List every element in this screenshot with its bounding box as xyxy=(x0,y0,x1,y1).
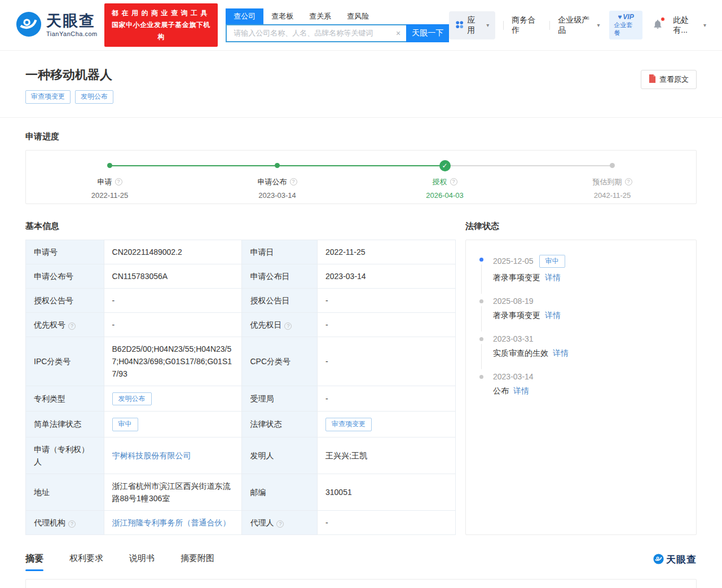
row-label: 优先权日? xyxy=(242,312,318,337)
row-label: 授权公告日 xyxy=(242,288,318,312)
detail-link[interactable]: 详情 xyxy=(545,311,561,320)
content-tab[interactable]: 摘要 xyxy=(25,553,43,571)
legal-event: 著录事项变更 xyxy=(493,273,540,282)
bell-icon xyxy=(653,23,663,32)
search-tabs: 查公司查老板查关系查风险 xyxy=(226,8,449,24)
page-title: 一种移动机器人 xyxy=(25,67,697,83)
legal-status-section: 法律状态 2025-12-05审中著录事项变更详情2025-08-19著录事项变… xyxy=(465,221,697,535)
content-tabs-list: 摘要权利要求说明书摘要附图 xyxy=(25,553,240,571)
clear-search-icon[interactable]: × xyxy=(396,29,400,38)
view-original-label: 查看原文 xyxy=(659,74,689,85)
basic-info-tbody: 申请号CN202211489002.2申请日2022-11-25申请公布号CN1… xyxy=(26,240,456,534)
help-icon[interactable]: ? xyxy=(68,322,76,330)
legal-status-item: 2025-08-19著录事项变更详情 xyxy=(479,297,683,321)
patent-tags: 审查项变更发明公布 xyxy=(25,90,697,104)
basic-info-title: 基本信息 xyxy=(25,221,456,232)
promo-line2: 国家中小企业发展子基金旗下机构 xyxy=(110,19,213,43)
row-value: - xyxy=(104,312,242,337)
view-original-button[interactable]: 查看原文 xyxy=(641,70,697,89)
content-tab[interactable]: 摘要附图 xyxy=(180,553,214,571)
search-tab[interactable]: 查老板 xyxy=(263,8,301,24)
progress-section-title: 申请进度 xyxy=(25,131,697,142)
header-nav: 应用 ▾ 商务合作 企业级产品 ▾ ♥ VIP 企业套餐 此处有... xyxy=(449,11,706,39)
search-tab[interactable]: 查关系 xyxy=(301,8,339,24)
row-value: CN115783056A xyxy=(104,264,242,288)
legal-date: 2023-03-14 xyxy=(493,372,534,381)
top-header: 天眼查 TianYanCha.com 都在用的商业查询工具 国家中小企业发展子基… xyxy=(0,0,722,51)
row-label: 发明人 xyxy=(242,437,318,474)
search-tab[interactable]: 查风险 xyxy=(339,8,377,24)
progress-step-date: 2042-11-25 xyxy=(594,191,631,200)
legal-status-item: 2023-03-14公布详情 xyxy=(479,372,683,396)
status-badge: 审中 xyxy=(539,255,565,268)
table-row: 申请公布号CN115783056A申请公布日2023-03-14 xyxy=(26,264,456,288)
legal-date: 2025-08-19 xyxy=(493,297,534,306)
help-icon[interactable]: ? xyxy=(115,178,122,185)
chevron-down-icon: ▾ xyxy=(703,22,706,28)
apps-menu-button[interactable]: 应用 ▾ xyxy=(449,11,495,39)
row-value: CN202211489002.2 xyxy=(104,240,242,264)
detail-link[interactable]: 详情 xyxy=(545,273,561,282)
pdf-icon xyxy=(649,74,656,85)
promo-banner: 都在用的商业查询工具 国家中小企业发展子基金旗下机构 xyxy=(104,3,218,47)
row-value: B62D25/00;H04N23/55;H04N23/57;H04N23/698… xyxy=(104,337,242,386)
search-tab[interactable]: 查公司 xyxy=(226,8,263,24)
user-menu[interactable]: 此处有... ▾ xyxy=(673,15,706,36)
help-icon[interactable]: ? xyxy=(625,178,632,185)
help-icon[interactable]: ? xyxy=(276,520,284,528)
enterprise-products-label: 企业级产品 xyxy=(558,15,595,36)
promo-line1: 都在用的商业查询工具 xyxy=(110,7,213,19)
entity-link[interactable]: 宇树科技股份有限公司 xyxy=(112,451,191,460)
notifications-button[interactable] xyxy=(653,19,663,32)
help-icon[interactable]: ? xyxy=(290,178,297,185)
status-tag: 发明公布 xyxy=(112,392,152,406)
progress-step-label: 申请公布 xyxy=(258,177,287,187)
patent-status-tag: 审查项变更 xyxy=(25,90,71,104)
search-block: 查公司查老板查关系查风险 × 天眼一下 xyxy=(226,8,449,42)
brand-domain: TianYanCha.com xyxy=(46,31,98,37)
content-tab[interactable]: 说明书 xyxy=(129,553,155,571)
help-icon[interactable]: ? xyxy=(68,520,76,528)
row-value: 2022-11-25 xyxy=(318,240,456,264)
row-value: 310051 xyxy=(318,474,456,510)
vip-package-button[interactable]: ♥ VIP 企业套餐 xyxy=(609,11,643,39)
row-label: 法律状态 xyxy=(242,412,318,437)
row-label: 授权公告号 xyxy=(26,288,104,312)
row-value: 浙江省杭州市滨江区西兴街道东流路88号1幢306室 xyxy=(104,474,242,510)
business-cooperation-link[interactable]: 商务合作 xyxy=(512,15,542,36)
search-button[interactable]: 天眼一下 xyxy=(406,24,449,42)
row-value: 审查项变更 xyxy=(318,412,456,437)
enterprise-products-menu[interactable]: 企业级产品 ▾ xyxy=(558,15,600,36)
legal-status-list: 2025-12-05审中著录事项变更详情2025-08-19著录事项变更详情20… xyxy=(479,255,683,397)
progress-step: ✓授权?2026-04-03 xyxy=(361,161,529,200)
row-label: 申请公布号 xyxy=(26,264,104,288)
table-row: 地址浙江省杭州市滨江区西兴街道东流路88号1幢306室邮编310051 xyxy=(26,474,456,510)
tianyancha-logo[interactable]: 天眼查 TianYanCha.com xyxy=(16,11,98,39)
legal-status-item: 2025-12-05审中著录事项变更详情 xyxy=(479,255,683,284)
help-icon[interactable]: ? xyxy=(284,322,292,330)
progress-step: 申请公布?2023-03-14 xyxy=(193,161,361,200)
row-value: - xyxy=(318,312,456,337)
patent-status-tag: 发明公布 xyxy=(75,90,113,104)
progress-step-date: 2022-11-25 xyxy=(91,191,129,200)
progress-step-label: 申请 xyxy=(98,177,112,187)
legal-status-item: 2023-03-31实质审查的生效详情 xyxy=(479,334,683,359)
table-row: IPC分类号B62D25/00;H04N23/55;H04N23/57;H04N… xyxy=(26,337,456,386)
search-input[interactable] xyxy=(226,24,406,42)
help-icon[interactable]: ? xyxy=(450,178,457,185)
row-value: - xyxy=(318,288,456,312)
row-value: 发明公布 xyxy=(104,386,242,412)
progress-step: 申请?2022-11-25 xyxy=(26,161,193,200)
legal-event: 公布 xyxy=(493,386,509,395)
progress-dot-icon xyxy=(107,163,112,168)
chevron-down-icon: ▾ xyxy=(597,22,600,28)
detail-link[interactable]: 详情 xyxy=(553,348,569,357)
brand-name: 天眼查 xyxy=(46,14,98,29)
row-value: - xyxy=(318,337,456,386)
entity-link[interactable]: 浙江翔隆专利事务所（普通合伙） xyxy=(112,518,231,527)
detail-link[interactable]: 详情 xyxy=(513,386,529,395)
content-tab[interactable]: 权利要求 xyxy=(69,553,103,571)
row-value: 浙江翔隆专利事务所（普通合伙） xyxy=(104,510,242,534)
table-row: 简单法律状态审中法律状态审查项变更 xyxy=(26,412,456,437)
legal-date: 2023-03-31 xyxy=(493,334,534,343)
